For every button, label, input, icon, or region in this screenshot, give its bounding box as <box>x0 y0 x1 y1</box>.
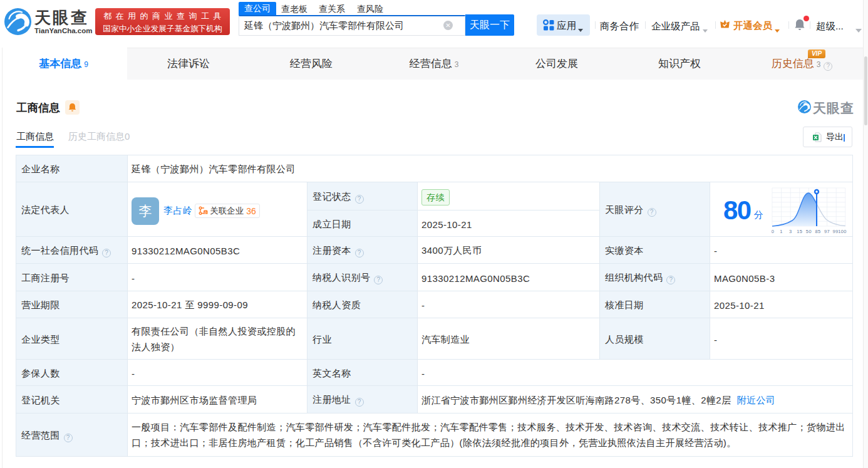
svg-text:0: 0 <box>772 229 774 234</box>
svg-text:97: 97 <box>824 229 830 234</box>
svg-text:3: 3 <box>789 229 792 234</box>
svg-text:85: 85 <box>815 229 820 234</box>
svg-text:100: 100 <box>838 229 847 234</box>
svg-text:15: 15 <box>797 229 802 234</box>
svg-text:企: 企 <box>204 211 208 214</box>
svg-text:1: 1 <box>780 229 783 234</box>
svg-text:50: 50 <box>806 229 812 234</box>
